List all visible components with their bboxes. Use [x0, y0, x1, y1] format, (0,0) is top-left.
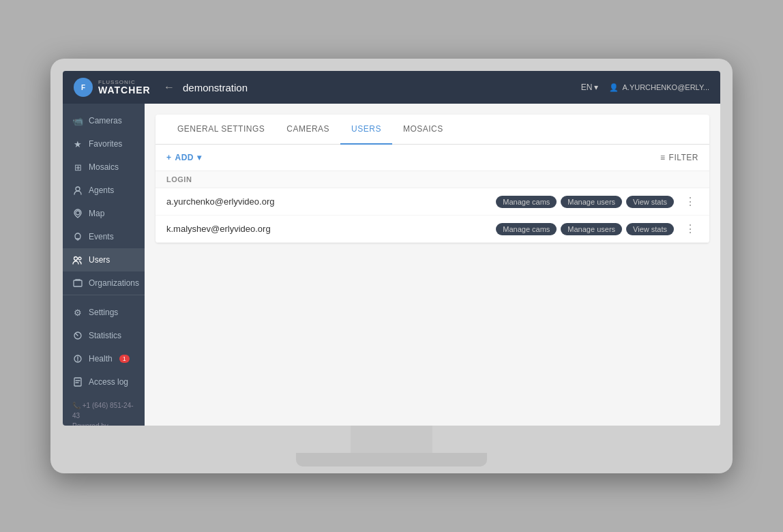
tab-general-settings[interactable]: GENERAL SETTINGS [166, 115, 276, 145]
user-login-2: k.malyshev@erlyvideo.org [166, 224, 496, 234]
sidebar-bottom: ⚙ Settings Statistics [63, 295, 145, 394]
sidebar-label-cameras: Cameras [89, 116, 122, 125]
sidebar: 📹 Cameras ★ Favorites ⊞ Mosaics [63, 104, 145, 426]
camera-icon: 📹 [72, 115, 83, 126]
sidebar-label-health: Health [89, 354, 113, 364]
table-row: a.yurchenko@erlyvideo.org Manage cams Ma… [156, 188, 709, 216]
perm-badge-manage-users-2: Manage users [561, 223, 622, 235]
tab-users[interactable]: USERS [340, 115, 392, 145]
svg-point-2 [74, 257, 78, 261]
language-selector[interactable]: EN ▾ [581, 83, 599, 92]
health-badge: 1 [119, 355, 130, 363]
sidebar-label-mosaics: Mosaics [89, 162, 119, 172]
user-menu[interactable]: 👤 A.YURCHENKO@ERLY... [609, 83, 709, 92]
main-card: GENERAL SETTINGS CAMERAS USERS MOSAICS [156, 115, 709, 243]
sidebar-item-settings[interactable]: ⚙ Settings [63, 301, 145, 324]
sidebar-label-users: Users [89, 255, 110, 265]
logo-watcher: WATCHER [98, 85, 151, 95]
add-button[interactable]: + ADD ▾ [166, 153, 202, 162]
sidebar-item-users[interactable]: Users [63, 248, 145, 271]
logo-text: flussonic WATCHER [98, 80, 151, 95]
perm-badge-view-stats-2: View stats [626, 223, 674, 235]
events-icon [72, 231, 83, 242]
sidebar-label-settings: Settings [89, 308, 118, 317]
powered-by: Powered by Erlyvideo [72, 421, 135, 426]
user-login-1: a.yurchenko@erlyvideo.org [166, 196, 496, 207]
phone-number: 📞 +1 (646) 851-24-43 [72, 400, 135, 421]
users-table: LOGIN a.yurchenko@erlyvideo.org Manage c… [156, 171, 709, 243]
statistics-icon [72, 330, 83, 341]
sidebar-item-statistics[interactable]: Statistics [63, 324, 145, 347]
add-label: ADD [175, 153, 194, 162]
health-icon [72, 353, 83, 364]
settings-icon: ⚙ [72, 307, 83, 318]
tab-cameras[interactable]: CAMERAS [276, 115, 340, 145]
users-icon [72, 254, 83, 265]
map-icon [72, 208, 83, 219]
logo-area: F flussonic WATCHER [74, 78, 156, 97]
tabs-bar: GENERAL SETTINGS CAMERAS USERS MOSAICS [156, 115, 709, 145]
sidebar-item-cameras[interactable]: 📹 Cameras [63, 109, 145, 132]
row-actions-2[interactable]: ⋮ [682, 222, 698, 235]
sidebar-label-agents: Agents [89, 186, 114, 195]
sidebar-label-events: Events [89, 232, 114, 241]
add-chevron-icon: ▾ [197, 153, 202, 162]
svg-point-0 [76, 187, 80, 191]
sidebar-item-health[interactable]: Health 1 [63, 347, 145, 370]
access-log-icon [72, 376, 83, 387]
logo-icon: F [74, 78, 93, 97]
table-toolbar: + ADD ▾ ≡ FILTER [156, 145, 709, 171]
sidebar-item-favorites[interactable]: ★ Favorites [63, 132, 145, 156]
back-button[interactable]: ← [164, 81, 175, 93]
sidebar-label-map: Map [89, 209, 104, 218]
table-header: LOGIN [156, 171, 709, 188]
svg-point-3 [78, 257, 81, 260]
phone-icon: 📞 [72, 402, 80, 409]
col-login-header: LOGIN [166, 175, 192, 183]
topbar-right: EN ▾ 👤 A.YURCHENKO@ERLY... [581, 83, 709, 92]
sidebar-label-statistics: Statistics [89, 331, 121, 340]
favorites-icon: ★ [72, 138, 83, 149]
svg-rect-4 [74, 280, 82, 286]
filter-button[interactable]: ≡ FILTER [660, 153, 698, 162]
filter-icon: ≡ [660, 153, 666, 162]
svg-rect-7 [74, 378, 81, 386]
main-content: 📹 Cameras ★ Favorites ⊞ Mosaics [63, 104, 720, 426]
page-content: GENERAL SETTINGS CAMERAS USERS MOSAICS [145, 104, 720, 426]
filter-label: FILTER [669, 153, 698, 162]
add-plus-icon: + [166, 153, 172, 162]
sidebar-footer: 📞 +1 (646) 851-24-43 Powered by Erlyvide… [63, 394, 145, 426]
row-actions-1[interactable]: ⋮ [682, 195, 698, 208]
perm-badge-manage-cams-2: Manage cams [496, 223, 557, 235]
organizations-icon [72, 278, 83, 289]
perm-badge-view-stats-1: View stats [626, 196, 674, 208]
table-row: k.malyshev@erlyvideo.org Manage cams Man… [156, 216, 709, 243]
sidebar-label-organizations: Organizations [89, 278, 139, 288]
sidebar-label-access-log: Access log [89, 377, 128, 387]
user-icon: 👤 [609, 83, 619, 92]
sidebar-item-map[interactable]: Map [63, 202, 145, 225]
perm-badge-manage-users-1: Manage users [561, 196, 622, 208]
tab-mosaics[interactable]: MOSAICS [392, 115, 454, 145]
sidebar-item-mosaics[interactable]: ⊞ Mosaics [63, 156, 145, 179]
sidebar-item-access-log[interactable]: Access log [63, 370, 145, 394]
page-title: demonstration [183, 82, 581, 93]
sidebar-item-events[interactable]: Events [63, 225, 145, 248]
sidebar-item-agents[interactable]: Agents [63, 179, 145, 202]
sidebar-item-organizations[interactable]: Organizations [63, 271, 145, 295]
mosaics-icon: ⊞ [72, 162, 83, 173]
user-badges-1: Manage cams Manage users View stats [496, 196, 674, 208]
agents-icon [72, 185, 83, 196]
topbar: F flussonic WATCHER ← demonstration EN ▾… [63, 71, 720, 104]
svg-point-1 [76, 211, 80, 215]
user-badges-2: Manage cams Manage users View stats [496, 223, 674, 235]
perm-badge-manage-cams-1: Manage cams [496, 196, 557, 208]
sidebar-label-favorites: Favorites [89, 139, 122, 149]
user-name: A.YURCHENKO@ERLY... [622, 83, 709, 91]
